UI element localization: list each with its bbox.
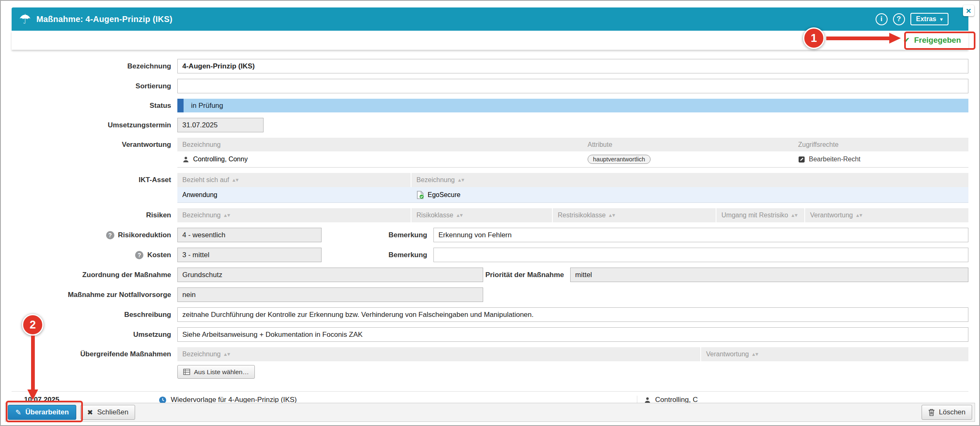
sortierung-field[interactable] xyxy=(177,79,968,93)
bezeichnung-label: Bezeichnung xyxy=(12,62,177,71)
schliessen-button[interactable]: ✖ Schließen xyxy=(80,405,135,420)
dialog-title: Maßnahme: 4-Augen-Prinzip (IKS) xyxy=(36,15,172,24)
column-header-bezieht-sich-auf[interactable]: Bezieht sich auf ▲▼ xyxy=(177,173,411,187)
form-row-zuordnung: Zuordnung der Maßnahme Grundschutz Prior… xyxy=(12,268,968,282)
ikt-type-cell: Anwendung xyxy=(177,191,411,199)
bezeichnung-field[interactable]: 4-Augen-Prinzip (IKS) xyxy=(177,59,968,73)
status-field[interactable]: in Prüfung xyxy=(177,99,968,112)
form-row-risiken: Risiken Bezeichnung▲▼ Risikoklasse▲▼ Res… xyxy=(12,208,968,222)
notfallvorsorge-label: Maßnahme zur Notfallvorsorge xyxy=(12,291,177,299)
ikt-asset-table-header: Bezieht sich auf ▲▼ Bezeichnung ▲▼ xyxy=(177,173,968,187)
column-header-risiko-bezeichnung[interactable]: Bezeichnung▲▼ xyxy=(177,208,411,222)
form-row-notfallvorsorge: Maßnahme zur Notfallvorsorge nein xyxy=(12,287,968,302)
ikt-asset-label: IKT-Asset xyxy=(12,173,177,184)
person-icon xyxy=(644,397,651,404)
column-header-attribute[interactable]: Attribute xyxy=(583,138,793,151)
sort-icon: ▲▼ xyxy=(856,213,863,217)
form-row-ikt-asset: IKT-Asset Bezieht sich auf ▲▼ Bezeichnun… xyxy=(12,173,968,203)
kosten-bemerkung-label: Bemerkung xyxy=(322,251,433,259)
status-value: in Prüfung xyxy=(184,99,968,112)
help-button[interactable]: ? xyxy=(893,13,905,25)
sort-icon: ▲▼ xyxy=(791,213,798,217)
titlebar-actions: i ? Extras ▾ xyxy=(876,13,949,25)
edit-right-icon xyxy=(798,156,805,163)
loeschen-label: Löschen xyxy=(939,408,965,416)
umsetzung-label: Umsetzung xyxy=(12,331,177,339)
kosten-help-icon[interactable]: ? xyxy=(135,251,143,259)
umsetzung-field[interactable]: Siehe Arbeitsanweisung + Dokumentation i… xyxy=(177,327,968,342)
ueberarbeiten-button[interactable]: ✎ Überarbeiten xyxy=(8,405,76,420)
ikt-asset-row[interactable]: Anwendung EgoSecure xyxy=(177,187,968,203)
column-header-label: Attribute xyxy=(588,141,612,148)
attribute-cell: hauptverantwortlich xyxy=(583,155,793,164)
column-header-label: Bezeichnung xyxy=(416,176,455,184)
notfallvorsorge-field[interactable]: nein xyxy=(177,287,483,302)
kosten-label: Kosten xyxy=(147,251,171,259)
sortierung-label: Sortierung xyxy=(12,82,177,90)
dialog-footer: ✎ Überarbeiten ✖ Schließen Löschen xyxy=(5,403,975,422)
column-header-label: Bezieht sich auf xyxy=(182,176,229,184)
risikoreduktion-help-icon[interactable]: ? xyxy=(106,231,114,239)
column-header-umgang-restrisiko[interactable]: Umgang mit Restrisiko▲▼ xyxy=(716,208,805,222)
sort-icon: ▲▼ xyxy=(752,352,759,356)
prioritaet-field[interactable]: mittel xyxy=(570,268,968,282)
column-header-label: Restrisikoklasse xyxy=(558,212,606,219)
uebergreifend-label: Übergreifende Maßnahmen xyxy=(12,347,177,358)
loeschen-button[interactable]: Löschen xyxy=(922,405,972,420)
form-row-sortierung: Sortierung xyxy=(12,79,968,93)
access-right-cell: Bearbeiten-Recht xyxy=(793,156,968,163)
form-row-kosten: ? Kosten 3 - mittel Bemerkung xyxy=(12,248,968,262)
verantwortung-label: Verantwortung xyxy=(12,138,177,149)
column-header-label: Verantwortung xyxy=(706,351,749,358)
window-close-button[interactable]: × xyxy=(963,5,974,16)
risikoreduktion-label: Risikoreduktion xyxy=(118,231,171,239)
form-row-bezeichnung: Bezeichnung 4-Augen-Prinzip (IKS) xyxy=(12,59,968,73)
column-header-label: Bezeichnung xyxy=(182,212,221,219)
risiken-table-header: Bezeichnung▲▼ Risikoklasse▲▼ Restrisikok… xyxy=(177,208,968,222)
column-header-ueb-verantwortung[interactable]: Verantwortung▲▼ xyxy=(701,347,968,361)
column-header-label: Risikoklasse xyxy=(416,212,453,219)
ikt-asset-name: EgoSecure xyxy=(428,191,460,199)
column-header-label: Bezeichnung xyxy=(182,141,221,148)
form-row-status: Status in Prüfung xyxy=(12,99,968,112)
choose-from-list-button[interactable]: Aus Liste wählen… xyxy=(177,365,255,379)
kosten-bemerkung-field[interactable] xyxy=(433,248,968,262)
application-window: × ☂ Maßnahme: 4-Augen-Prinzip (IKS) i ? … xyxy=(0,0,980,426)
column-header-ueb-bezeichnung[interactable]: Bezeichnung▲▼ xyxy=(177,347,701,361)
close-x-icon: ✖ xyxy=(87,408,93,416)
umsetzungstermin-field[interactable]: 31.07.2025 xyxy=(177,118,264,132)
status-label: Status xyxy=(12,102,177,110)
risikoreduktion-field[interactable]: 4 - wesentlich xyxy=(177,228,322,242)
column-header-ikt-bezeichnung[interactable]: Bezeichnung ▲▼ xyxy=(411,173,968,187)
info-button[interactable]: i xyxy=(876,13,888,25)
kosten-label-wrap: ? Kosten xyxy=(12,251,177,259)
risikoreduktion-bemerkung-label: Bemerkung xyxy=(322,231,433,239)
sort-icon: ▲▼ xyxy=(457,213,463,217)
zuordnung-label: Zuordnung der Maßnahme xyxy=(12,271,177,279)
beschreibung-field[interactable]: zeitnahe Durchführung der Kontrolle zur … xyxy=(177,307,968,322)
verantwortung-table-header: Bezeichnung Attribute Zugriffsrechte xyxy=(177,138,968,151)
sort-icon: ▲▼ xyxy=(224,213,231,217)
form-row-risikoreduktion: ? Risikoreduktion 4 - wesentlich Bemerku… xyxy=(12,228,968,242)
verantwortung-row[interactable]: Controlling, Conny hauptverantwortlich B… xyxy=(177,151,968,168)
form-row-beschreibung: Beschreibung zeitnahe Durchführung der K… xyxy=(12,307,968,322)
zuordnung-field[interactable]: Grundschutz xyxy=(177,268,483,282)
info-icon: i xyxy=(881,15,883,23)
umsetzungstermin-label: Umsetzungstermin xyxy=(12,121,177,129)
column-header-risikoklasse[interactable]: Risikoklasse▲▼ xyxy=(411,208,553,222)
column-header-bezeichnung[interactable]: Bezeichnung xyxy=(177,138,583,151)
column-header-restrisikoklasse[interactable]: Restrisikoklasse▲▼ xyxy=(553,208,716,222)
ueberarbeiten-label: Überarbeiten xyxy=(25,408,69,416)
column-header-zugriffsrechte[interactable]: Zugriffsrechte xyxy=(793,138,968,151)
prioritaet-label: Priorität der Maßnahme xyxy=(483,271,570,279)
asset-document-check-icon xyxy=(416,191,424,199)
check-icon: ✔ xyxy=(903,35,910,45)
kosten-field[interactable]: 3 - mittel xyxy=(177,248,322,262)
sort-icon: ▲▼ xyxy=(609,213,616,217)
sort-icon: ▲▼ xyxy=(458,178,465,182)
form-row-umsetzung: Umsetzung Siehe Arbeitsanweisung + Dokum… xyxy=(12,327,968,342)
column-header-risiko-verantwortung[interactable]: Verantwortung▲▼ xyxy=(805,208,968,222)
extras-button[interactable]: Extras ▾ xyxy=(910,13,949,25)
schliessen-label: Schließen xyxy=(97,408,128,416)
risikoreduktion-bemerkung-field[interactable]: Erkennung von Fehlern xyxy=(433,228,968,242)
